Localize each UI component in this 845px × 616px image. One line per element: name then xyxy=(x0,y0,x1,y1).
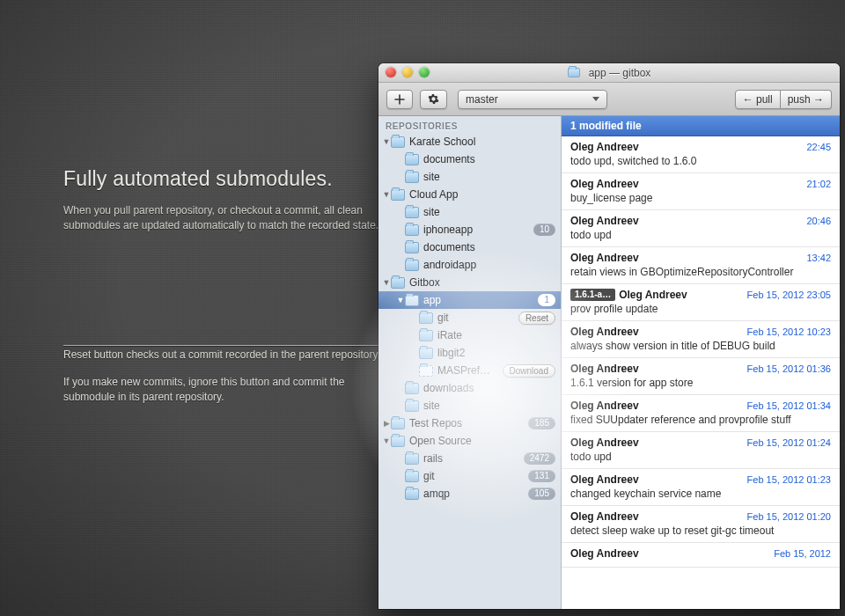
push-button[interactable]: push → xyxy=(781,90,832,109)
sidebar-item[interactable]: ▼Cloud App xyxy=(378,186,561,203)
sidebar-item[interactable]: ▼Open Source xyxy=(378,432,561,450)
folder-icon xyxy=(405,260,419,271)
disclosure-icon[interactable]: ▼ xyxy=(382,190,391,199)
commit-author: Oleg Andreev xyxy=(570,363,639,375)
branch-select[interactable]: master xyxy=(458,90,607,109)
commit-message: 1.6.1 version for app store xyxy=(570,377,831,389)
commit-time: Feb 15, 2012 10:23 xyxy=(747,326,831,337)
folder-icon xyxy=(405,172,419,183)
commit-row[interactable]: Oleg AndreevFeb 15, 2012 01:23changed ke… xyxy=(562,469,840,506)
sidebar-item-label: Open Source xyxy=(409,435,555,447)
commit-row[interactable]: Oleg AndreevFeb 15, 2012 01:20detect sle… xyxy=(562,506,840,543)
count-badge: 1 xyxy=(538,294,555,306)
commit-author: Oleg Andreev xyxy=(570,436,639,449)
pull-button[interactable]: ← pull xyxy=(735,90,781,109)
sidebar-item[interactable]: androidapp xyxy=(378,256,561,274)
folder-icon xyxy=(419,330,433,341)
promo-title: Fully automated submodules. xyxy=(63,167,380,191)
commit-author: Oleg Andreev xyxy=(570,547,639,560)
commit-message: fixed SUUpdater reference and provprofil… xyxy=(570,414,831,426)
zoom-icon[interactable] xyxy=(419,67,430,77)
sidebar-item-label: downloads xyxy=(423,382,555,394)
commit-time: Feb 15, 2012 01:36 xyxy=(747,363,831,374)
count-badge: 105 xyxy=(528,488,555,500)
commit-row[interactable]: 1.6.1-a…Oleg AndreevFeb 15, 2012 23:05pr… xyxy=(562,284,840,321)
status-bar[interactable]: 1 modified file xyxy=(562,116,840,136)
folder-icon xyxy=(405,207,419,218)
download-button[interactable]: Download xyxy=(503,364,555,378)
commit-time: Feb 15, 2012 xyxy=(774,548,831,559)
commit-time: Feb 15, 2012 01:23 xyxy=(747,474,831,485)
commit-row[interactable]: Oleg AndreevFeb 15, 2012 01:361.6.1 vers… xyxy=(562,358,840,395)
sidebar-item[interactable]: iphoneapp10 xyxy=(378,221,561,238)
sidebar-item[interactable]: git131 xyxy=(378,467,561,485)
commit-time: Feb 15, 2012 01:20 xyxy=(747,511,831,522)
sidebar-item[interactable]: ▶Test Repos185 xyxy=(378,414,561,432)
sidebar-item-label: iRate xyxy=(437,329,555,341)
folder-icon xyxy=(391,189,405,201)
folder-icon xyxy=(405,242,419,253)
sidebar-section-title: REPOSITORIES xyxy=(378,116,561,133)
sidebar-item[interactable]: site xyxy=(378,397,561,414)
commit-message: always show version in title of DEBUG bu… xyxy=(570,340,831,352)
sidebar-item[interactable]: downloads xyxy=(378,379,561,397)
commit-message: todo upd, switched to 1.6.0 xyxy=(570,155,831,167)
folder-icon xyxy=(391,136,405,148)
commit-row[interactable]: Oleg Andreev21:02buy_license page xyxy=(562,173,840,210)
folder-icon xyxy=(405,224,419,236)
count-badge: 10 xyxy=(533,224,555,236)
sidebar-item[interactable]: site xyxy=(378,168,561,186)
commit-author: Oleg Andreev xyxy=(570,215,639,227)
commit-row[interactable]: Oleg Andreev13:42retain views in GBOptim… xyxy=(562,247,840,284)
sidebar-item[interactable]: ▼Karate School xyxy=(378,133,561,150)
sidebar-item[interactable]: iRate xyxy=(378,326,561,344)
disclosure-icon[interactable]: ▼ xyxy=(396,296,405,304)
disclosure-icon[interactable]: ▼ xyxy=(382,278,391,287)
settings-button[interactable] xyxy=(420,90,447,109)
sidebar-item-label: iphoneapp xyxy=(423,224,530,236)
commit-time: Feb 15, 2012 23:05 xyxy=(747,290,831,300)
commit-author: Oleg Andreev xyxy=(570,141,639,153)
sidebar-item-label: app xyxy=(423,294,534,306)
folder-icon xyxy=(405,471,419,482)
sidebar-item[interactable]: gitReset xyxy=(378,309,561,326)
commit-author: Oleg Andreev xyxy=(570,400,639,412)
sidebar-item[interactable]: amqp105 xyxy=(378,485,561,502)
minimize-icon[interactable] xyxy=(402,67,413,77)
sidebar-item[interactable]: rails2472 xyxy=(378,450,561,467)
folder-icon xyxy=(419,365,433,377)
sidebar-item[interactable]: documents xyxy=(378,238,561,256)
sidebar-item-label: MASPref… xyxy=(437,364,503,377)
commit-row[interactable]: Oleg AndreevFeb 15, 2012 01:24todo upd xyxy=(562,432,840,469)
sidebar-item-label: site xyxy=(423,206,555,218)
commit-message: prov profile update xyxy=(570,303,831,315)
commit-row[interactable]: Oleg Andreev22:45todo upd, switched to 1… xyxy=(562,136,840,173)
sidebar-item[interactable]: MASPref…Download xyxy=(378,362,561,379)
sidebar-item[interactable]: documents xyxy=(378,150,561,168)
commit-row[interactable]: Oleg AndreevFeb 15, 2012 xyxy=(562,543,840,568)
folder-icon xyxy=(391,436,405,447)
disclosure-icon[interactable]: ▶ xyxy=(382,419,391,428)
sidebar-item[interactable]: ▼app1 xyxy=(378,291,561,309)
commit-message: detect sleep wake up to reset git-gc tim… xyxy=(570,524,831,537)
commit-row[interactable]: Oleg AndreevFeb 15, 2012 10:23always sho… xyxy=(562,321,840,358)
reset-button[interactable]: Reset xyxy=(518,312,555,325)
disclosure-icon[interactable]: ▼ xyxy=(382,137,391,146)
disclosure-icon[interactable]: ▼ xyxy=(382,436,391,445)
window-titlebar[interactable]: app — gitbox xyxy=(378,63,840,83)
sidebar-item-label: git xyxy=(437,312,518,324)
commit-time: Feb 15, 2012 01:34 xyxy=(747,400,831,411)
plus-icon xyxy=(394,94,405,105)
commit-time: 21:02 xyxy=(806,179,831,189)
window-title: app — gitbox xyxy=(568,67,651,79)
close-icon[interactable] xyxy=(386,67,396,77)
sidebar-item[interactable]: libgit2 xyxy=(378,344,561,362)
sidebar-item[interactable]: ▼Gitbox xyxy=(378,274,561,291)
add-button[interactable] xyxy=(386,90,413,109)
commit-row[interactable]: Oleg Andreev20:46todo upd xyxy=(562,210,840,247)
promo-note-commit: If you make new commits, ignore this but… xyxy=(63,375,380,405)
commit-row[interactable]: Oleg AndreevFeb 15, 2012 01:34fixed SUUp… xyxy=(562,395,840,432)
commit-author: Oleg Andreev xyxy=(570,252,639,264)
sidebar-item[interactable]: site xyxy=(378,203,561,221)
count-badge: 185 xyxy=(528,417,555,429)
